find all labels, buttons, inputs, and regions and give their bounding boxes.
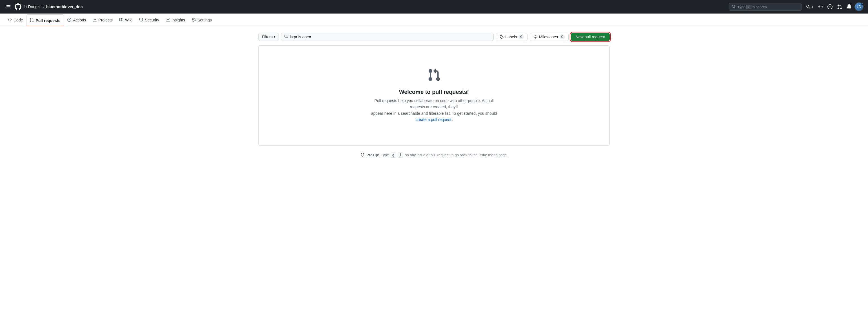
repo-nav: Code Pull requests Actions Projects	[0, 13, 868, 27]
copilot-button[interactable]: ▾	[804, 3, 815, 11]
filter-bar: Filters ▾ Labels 9 Milestones 0	[258, 33, 610, 41]
main-content: Filters ▾ Labels 9 Milestones 0	[254, 27, 614, 163]
new-pull-request-button[interactable]: New pull request	[571, 33, 610, 41]
projects-icon	[93, 18, 97, 23]
avatar[interactable]: LD	[855, 2, 864, 11]
search-input[interactable]	[290, 35, 491, 39]
breadcrumb-repo[interactable]: bluetoothlover_doc	[46, 4, 83, 9]
tab-security-label: Security	[145, 18, 159, 22]
labels-text: Labels	[505, 35, 517, 39]
tab-code[interactable]: Code	[4, 15, 26, 27]
tab-pull-requests-label: Pull requests	[35, 18, 60, 23]
tab-insights-label: Insights	[172, 18, 185, 22]
settings-icon	[192, 18, 196, 23]
hamburger-menu-button[interactable]	[4, 3, 12, 11]
tab-settings[interactable]: Settings	[188, 15, 215, 27]
key-i: i	[398, 152, 403, 158]
search-box-icon	[284, 34, 288, 39]
create-button[interactable]: + ▾	[816, 2, 825, 11]
empty-state: Welcome to pull requests! Pull requests …	[258, 46, 610, 146]
tab-settings-label: Settings	[197, 18, 212, 22]
empty-state-description: Pull requests help you collaborate on co…	[366, 97, 502, 123]
protip-text2: on any issue or pull request to go back …	[405, 153, 508, 157]
labels-button[interactable]: Labels 9	[496, 33, 527, 41]
tab-insights[interactable]: Insights	[162, 15, 188, 27]
github-logo[interactable]	[14, 3, 22, 10]
milestones-button[interactable]: Milestones 0	[530, 33, 569, 41]
copilot-caret: ▾	[812, 5, 813, 8]
tab-security[interactable]: Security	[136, 15, 162, 27]
key-g: g	[391, 152, 396, 158]
create-caret: ▾	[822, 5, 823, 8]
pull-requests-global-button[interactable]	[835, 3, 844, 11]
lightbulb-icon	[360, 153, 365, 157]
app-header: Li-Dongze / bluetoothlover_doc Type / to…	[0, 0, 868, 13]
wiki-icon	[119, 18, 123, 23]
tab-projects-label: Projects	[98, 18, 113, 22]
header-actions: ▾ + ▾ LD	[804, 2, 864, 11]
pull-request-icon	[30, 18, 34, 23]
protip-section: ProTip! Type g i on any issue or pull re…	[258, 152, 610, 158]
security-icon	[139, 18, 143, 23]
empty-state-title: Welcome to pull requests!	[264, 89, 604, 95]
global-search[interactable]: Type / to search	[728, 3, 802, 11]
protip-text1: Type	[381, 153, 389, 157]
create-pull-request-link[interactable]: create a pull request	[416, 117, 452, 122]
filters-button[interactable]: Filters ▾	[258, 33, 279, 41]
breadcrumb-separator: /	[43, 4, 44, 9]
labels-count: 9	[519, 35, 524, 39]
code-icon	[8, 18, 12, 23]
tab-wiki[interactable]: Wiki	[116, 15, 136, 27]
milestones-text: Milestones	[539, 35, 558, 39]
search-text: Type / to search	[737, 5, 799, 9]
tab-pull-requests[interactable]: Pull requests	[26, 15, 64, 26]
search-icon	[732, 4, 736, 9]
breadcrumb: Li-Dongze / bluetoothlover_doc	[24, 4, 83, 9]
issues-button[interactable]	[826, 3, 834, 11]
empty-state-icon	[264, 68, 604, 84]
notification-dot	[861, 3, 863, 5]
protip-label: ProTip!	[366, 153, 379, 157]
header-left: Li-Dongze / bluetoothlover_doc	[4, 3, 726, 11]
actions-icon	[67, 18, 71, 23]
milestones-count: 0	[560, 35, 565, 39]
filters-label: Filters	[262, 35, 273, 39]
tab-actions-label: Actions	[73, 18, 86, 22]
notifications-button[interactable]	[845, 3, 854, 11]
tab-wiki-label: Wiki	[125, 18, 132, 22]
tab-code-label: Code	[13, 18, 23, 22]
search-kbd: /	[746, 5, 750, 9]
tab-projects[interactable]: Projects	[89, 15, 116, 27]
breadcrumb-owner[interactable]: Li-Dongze	[24, 4, 42, 9]
insights-icon	[166, 18, 170, 23]
tab-actions[interactable]: Actions	[64, 15, 89, 27]
filters-caret-icon: ▾	[274, 35, 275, 38]
pull-requests-search-box[interactable]	[281, 33, 494, 41]
